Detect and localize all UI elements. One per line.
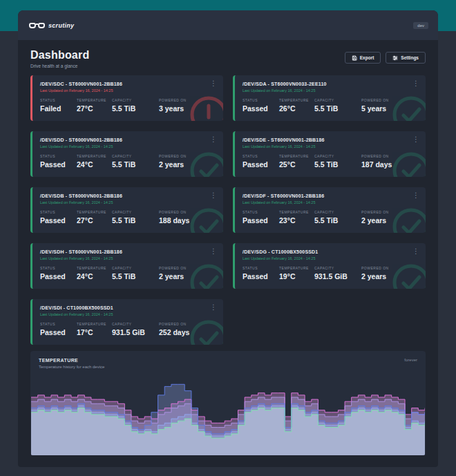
drive-last-updated: Last Updated on February 16, 2024 - 14:2…: [32, 86, 223, 93]
settings-button[interactable]: Settings: [386, 52, 426, 64]
chart-range-selector[interactable]: forever: [404, 358, 417, 369]
status-label: Status: [40, 266, 77, 270]
temperature-panel-subtitle: Temperature history for each device: [39, 365, 104, 369]
powered-on-label: Powered On: [159, 266, 187, 270]
kebab-menu-icon[interactable]: ⋮: [412, 192, 419, 199]
status-label: Status: [243, 266, 279, 270]
temperature-value: 17°C: [77, 328, 112, 336]
temperature-label: Temperature: [279, 266, 314, 270]
status-value: Passed: [40, 272, 77, 280]
drive-stats: StatusPassed Temperature25°C Capacity5.5…: [235, 149, 426, 169]
status-value: Passed: [243, 216, 279, 225]
env-badge: dev: [413, 22, 428, 29]
powered-on-value: 252 days: [159, 328, 189, 336]
capacity-label: Capacity: [112, 210, 150, 214]
status-value: Passed: [40, 328, 77, 336]
glasses-icon: [29, 23, 45, 28]
capacity-value: 5.5 TiB: [314, 160, 352, 169]
drive-last-updated: Last Updated on February 16, 2024 - 14:2…: [32, 198, 223, 204]
drive-device-name: /DEV/SDD - ST6000VN001-2BB186: [32, 131, 223, 142]
drive-card[interactable]: ⋮ /DEV/SDE - ST6000VN001-2BB186 Last Upd…: [233, 131, 426, 177]
export-file-icon: [352, 55, 357, 61]
powered-on-label: Powered On: [159, 154, 187, 158]
kebab-menu-icon[interactable]: ⋮: [412, 136, 419, 143]
drive-device-name: /DEV/SDI - CT1000BX500SSD1: [32, 299, 223, 310]
drive-device-name: /DEV/SDC - ST6000VN001-2BB186: [32, 75, 223, 86]
export-button[interactable]: Export: [345, 52, 381, 64]
powered-on-value: 2 years: [361, 216, 389, 225]
powered-on-label: Powered On: [361, 210, 389, 214]
drive-card[interactable]: ⋮ /DEV/SDF - ST6000VN001-2BB186 Last Upd…: [233, 187, 426, 233]
temperature-label: Temperature: [77, 154, 112, 158]
powered-on-value: 3 years: [159, 104, 187, 113]
temperature-label: Temperature: [77, 322, 112, 326]
drive-stats: StatusPassed Temperature26°C Capacity5.5…: [235, 93, 426, 113]
kebab-menu-icon[interactable]: ⋮: [412, 248, 419, 255]
powered-on-value: 187 days: [361, 160, 392, 169]
temperature-label: Temperature: [279, 210, 314, 214]
capacity-label: Capacity: [112, 322, 150, 326]
page-title: Dashboard: [30, 49, 89, 61]
temperature-value: 27°C: [77, 216, 112, 225]
powered-on-value: 188 days: [159, 216, 189, 225]
capacity-label: Capacity: [314, 154, 352, 158]
status-value: Passed: [243, 104, 279, 113]
powered-on-value: 5 years: [361, 104, 389, 113]
capacity-label: Capacity: [112, 266, 150, 270]
page-head: Dashboard Drive health at a glance Expor…: [18, 40, 438, 75]
status-label: Status: [40, 322, 77, 326]
kebab-menu-icon[interactable]: ⋮: [210, 192, 217, 199]
app-header: scrutiny dev: [18, 10, 438, 40]
status-value: Passed: [40, 216, 77, 225]
kebab-menu-icon[interactable]: ⋮: [210, 248, 217, 255]
page-subtitle: Drive health at a glance: [30, 64, 89, 68]
drive-card[interactable]: ⋮ /DEV/SDI - CT1000BX500SSD1 Last Update…: [30, 299, 223, 345]
powered-on-label: Powered On: [361, 98, 389, 102]
capacity-value: 5.5 TiB: [314, 104, 352, 113]
drive-card[interactable]: ⋮ /DEV/SDA - ST6000VN0033-2EE110 Last Up…: [233, 75, 426, 121]
status-label: Status: [40, 154, 77, 158]
temperature-value: 23°C: [279, 216, 314, 225]
status-label: Status: [40, 210, 77, 214]
toolbar: Export Settings: [345, 52, 426, 64]
app-container: scrutiny dev Dashboard Drive health at a…: [18, 10, 438, 467]
drive-cards-grid: ⋮ /DEV/SDC - ST6000VN001-2BB186 Last Upd…: [18, 75, 438, 345]
powered-on-label: Powered On: [159, 98, 187, 102]
sliders-icon: [392, 55, 398, 61]
capacity-value: 931.5 GiB: [314, 272, 352, 280]
kebab-menu-icon[interactable]: ⋮: [210, 136, 217, 143]
capacity-label: Capacity: [314, 98, 352, 102]
powered-on-label: Powered On: [159, 322, 189, 326]
powered-on-label: Powered On: [361, 154, 392, 158]
status-label: Status: [40, 98, 77, 102]
powered-on-label: Powered On: [361, 266, 389, 270]
kebab-menu-icon[interactable]: ⋮: [412, 80, 419, 87]
temperature-panel: TEMPERATURE Temperature history for each…: [30, 351, 426, 455]
drive-card[interactable]: ⋮ /DEV/SDG - CT1000BX500SSD1 Last Update…: [233, 243, 426, 289]
status-value: Failed: [40, 104, 77, 113]
capacity-value: 5.5 TiB: [314, 216, 352, 225]
drive-stats: StatusPassed Temperature27°C Capacity5.5…: [32, 204, 223, 225]
kebab-menu-icon[interactable]: ⋮: [210, 304, 217, 311]
drive-last-updated: Last Updated on February 16, 2024 - 14:2…: [235, 198, 426, 204]
temperature-value: 25°C: [279, 160, 314, 169]
drive-device-name: /DEV/SDF - ST6000VN001-2BB186: [235, 187, 426, 198]
drive-last-updated: Last Updated on February 16, 2024 - 14:2…: [235, 86, 426, 93]
drive-last-updated: Last Updated on February 16, 2024 - 14:2…: [235, 142, 426, 149]
drive-card[interactable]: ⋮ /DEV/SDD - ST6000VN001-2BB186 Last Upd…: [30, 131, 223, 177]
temperature-value: 24°C: [77, 272, 112, 280]
drive-device-name: /DEV/SDB - ST6000VN001-2BB186: [32, 187, 223, 198]
status-value: Passed: [243, 160, 279, 169]
capacity-value: 931.5 GiB: [112, 328, 150, 336]
temperature-chart-svg: [31, 378, 425, 455]
drive-card[interactable]: ⋮ /DEV/SDC - ST6000VN001-2BB186 Last Upd…: [30, 75, 223, 121]
drive-device-name: /DEV/SDG - CT1000BX500SSD1: [235, 243, 426, 254]
drive-last-updated: Last Updated on February 16, 2024 - 14:2…: [32, 310, 223, 316]
drive-card[interactable]: ⋮ /DEV/SDB - ST6000VN001-2BB186 Last Upd…: [30, 187, 223, 233]
drive-stats: StatusPassed Temperature17°C Capacity931…: [32, 316, 223, 336]
status-label: Status: [243, 210, 279, 214]
drive-card[interactable]: ⋮ /DEV/SDH - ST6000VN001-2BB186 Last Upd…: [30, 243, 223, 289]
capacity-value: 5.5 TiB: [112, 104, 150, 113]
powered-on-value: 2 years: [361, 272, 389, 280]
kebab-menu-icon[interactable]: ⋮: [210, 80, 217, 87]
